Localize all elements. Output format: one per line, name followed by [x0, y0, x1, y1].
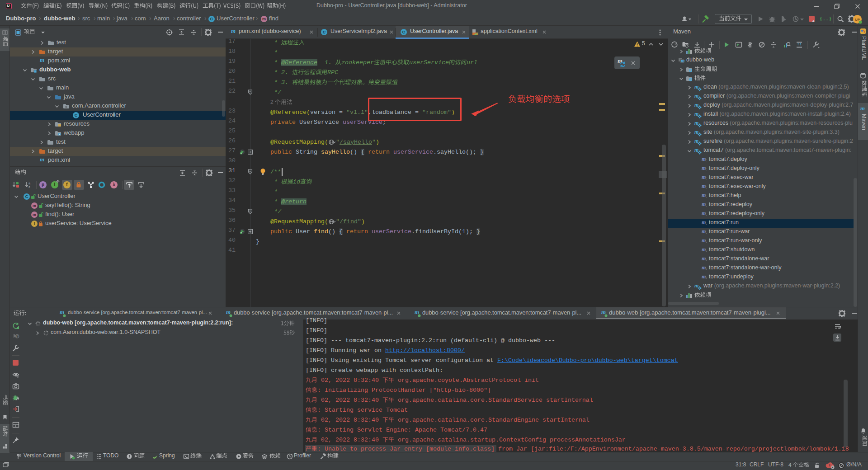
svg-text:9: 9: [16, 334, 19, 338]
svg-text:z: z: [28, 185, 30, 188]
